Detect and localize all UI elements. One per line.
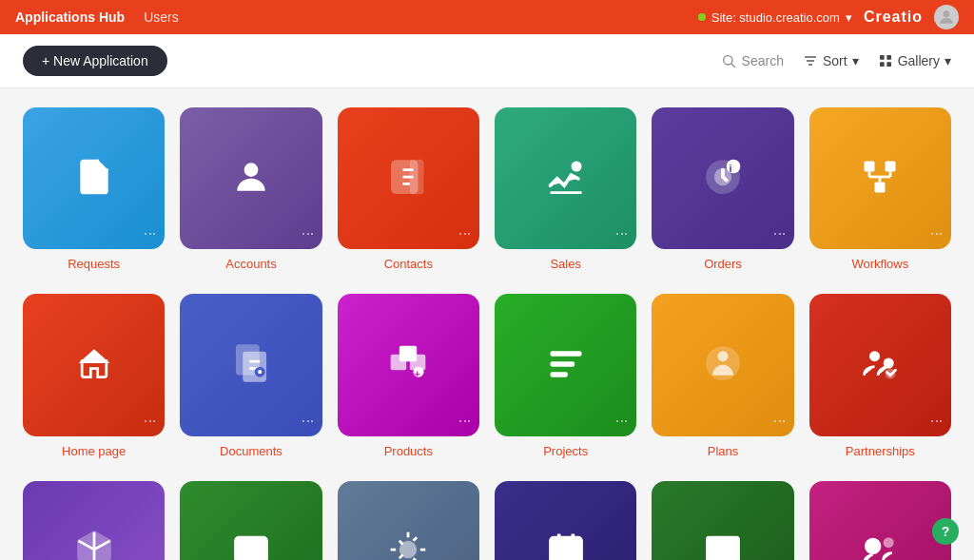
app-tile-accounts: ⋮ [180,107,321,249]
gallery-label: Gallery [898,53,940,68]
new-application-button[interactable]: + New Application [23,46,167,76]
app-tile-sales: ⋮ [495,107,636,249]
tile-more-dots[interactable]: ⋮ [615,227,629,241]
app-tile-homepage: ⋮ [23,294,165,435]
app-icon-plans [702,342,744,388]
app-tile-requests-2: ⋮ [809,481,951,560]
tile-more-dots[interactable]: ⋮ [302,415,315,429]
gallery-button[interactable]: Gallery ▾ [878,53,951,68]
search-box[interactable]: Search [721,53,784,68]
tile-more-dots[interactable]: ⋮ [144,227,157,241]
svg-point-44 [717,351,728,361]
sort-button[interactable]: Sort ▾ [803,53,859,68]
app-icon-workflows [859,156,901,202]
tile-more-dots[interactable]: ⋮ [458,227,472,241]
app-icon-projects [545,342,587,388]
app-icon-invoices [73,529,115,560]
svg-point-60 [867,539,881,553]
app-label-plans: Plans [708,444,739,458]
tile-more-dots[interactable]: ⋮ [930,227,944,241]
svg-point-1 [723,56,731,65]
app-icon-activities [387,529,429,560]
app-icon-contacts [387,156,429,202]
app-item-accounts[interactable]: ⋮Accounts [180,107,321,271]
tile-more-dots[interactable]: ⋮ [144,415,157,429]
tile-more-dots[interactable]: ⋮ [930,415,944,429]
app-label-products: Products [384,444,433,458]
app-icon-accounts [230,156,272,202]
app-hub-title[interactable]: Applications Hub [15,10,125,25]
tile-more-dots[interactable]: ⋮ [773,415,787,429]
svg-point-45 [869,351,880,361]
app-tile-requests-1: ⋮ [23,107,165,249]
svg-point-0 [944,10,950,17]
help-button[interactable]: ? [932,518,959,545]
app-label-sales: Sales [550,257,581,271]
search-label: Search [742,53,784,68]
app-item-sales[interactable]: ⋮Sales [495,107,636,271]
svg-point-59 [728,553,738,560]
app-icon-requests-2 [859,529,901,560]
app-label-homepage: Home page [62,444,126,458]
app-item-requests-2[interactable]: ⋮Requests [809,481,951,560]
svg-rect-9 [886,62,891,67]
sort-icon [803,53,818,68]
app-tile-campaigns: ⋮ [180,481,321,560]
app-label-accounts: Accounts [225,257,276,271]
creatio-logo: Creatio [864,9,923,26]
tile-more-dots[interactable]: ⋮ [615,415,629,429]
site-info[interactable]: Site: studio.creatio.com ▾ [698,10,852,25]
nav-left: Applications Hub Users [15,10,179,25]
app-item-configurations[interactable]: ⋮Configurations [652,481,793,560]
app-tile-contacts: ⋮ [338,107,479,249]
main-content: ⋮Requests⋮Accounts⋮Contacts⋮Salesi⋮Order… [0,88,974,560]
app-icon-documents [230,342,272,388]
svg-rect-22 [875,182,886,192]
tile-more-dots[interactable]: ⋮ [458,415,472,429]
app-item-campaigns[interactable]: ⋮Campaigns [180,481,321,560]
app-item-plans[interactable]: ⋮Plans [652,294,793,457]
app-item-homepage[interactable]: ⋮Home page [23,294,165,457]
svg-rect-41 [550,361,575,367]
svg-rect-8 [880,62,885,67]
tile-more-dots[interactable]: ⋮ [773,227,787,241]
app-tile-events: ⋮ [495,481,636,560]
tile-more-dots[interactable]: ⋮ [302,227,315,241]
app-item-requests-1[interactable]: ⋮Requests [23,107,165,271]
toolbar-right: Search Sort ▾ Gallery ▾ [721,53,951,68]
app-item-invoices[interactable]: ⋮Invoices [23,481,165,560]
users-nav-link[interactable]: Users [144,10,179,25]
app-item-events[interactable]: ⋮Events [495,481,636,560]
gallery-chevron-icon: ▾ [945,53,951,68]
app-tile-configurations: ⋮ [652,481,793,560]
app-icon-events [545,529,587,560]
svg-text:+: + [415,368,420,379]
app-item-projects[interactable]: ⋮Projects [495,294,636,457]
sort-chevron-icon: ▾ [852,53,859,68]
user-avatar[interactable] [934,5,959,29]
app-label-documents: Documents [220,444,282,458]
site-status-dot [698,13,706,21]
app-tile-products: +⋮ [338,294,479,435]
svg-rect-7 [886,55,891,60]
app-item-workflows[interactable]: ⋮Workflows [809,107,951,271]
app-item-activities[interactable]: ⋮Activities [338,481,479,560]
app-item-partnerships[interactable]: ⋮Partnerships [809,294,951,457]
app-icon-orders: i [702,156,744,202]
app-item-documents[interactable]: ⋮Documents [180,294,321,457]
app-icon-homepage [73,342,115,388]
app-icon-sales [545,156,587,202]
sort-label: Sort [823,53,847,68]
app-icon-products: + [387,342,429,388]
app-item-orders[interactable]: i⋮Orders [652,107,793,271]
toolbar: + New Application Search Sort ▾ Gallery … [0,34,974,88]
app-tile-activities: ⋮ [338,481,479,560]
app-tile-projects: ⋮ [495,294,636,435]
app-tile-documents: ⋮ [180,294,321,435]
app-item-products[interactable]: +⋮Products [338,294,479,457]
app-grid: ⋮Requests⋮Accounts⋮Contacts⋮Salesi⋮Order… [23,107,951,560]
app-label-workflows: Workflows [851,257,908,271]
app-item-contacts[interactable]: ⋮Contacts [338,107,479,271]
app-icon-configurations [702,529,744,560]
svg-text:i: i [729,163,731,174]
